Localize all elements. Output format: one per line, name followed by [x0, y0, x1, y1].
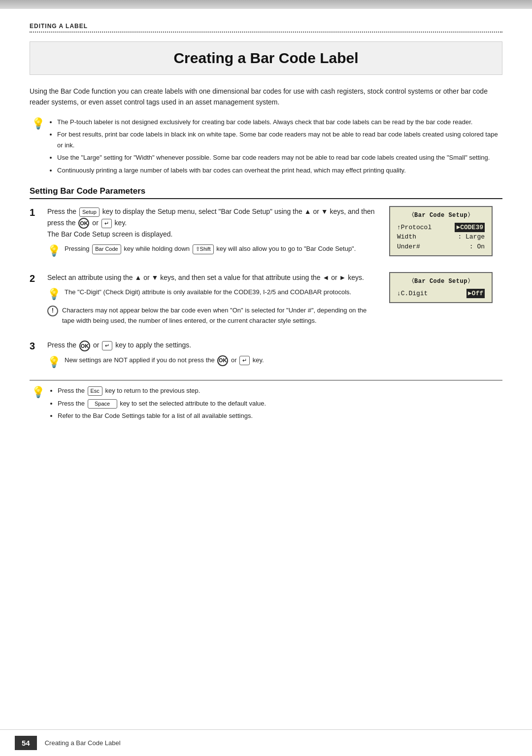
section-label: EDITING A LABEL: [30, 23, 502, 30]
footer: 54 Creating a Bar Code Label: [0, 729, 532, 756]
step-2-subnote-1: 💡 The "C-Digit" (Check Digit) attribute …: [47, 287, 380, 302]
space-key: Space: [88, 399, 117, 409]
barcode-key: Bar Code: [92, 244, 121, 254]
lcd-label-3: Under#: [397, 242, 420, 252]
bottom-note-2: Press the Space key to set the selected …: [58, 398, 266, 409]
enter-key-3: ↵: [239, 356, 250, 365]
lcd-value-3: : On: [469, 242, 485, 252]
step-2-subnote-2: ! Characters may not appear below the ba…: [47, 306, 380, 326]
step-2-subnote-2-text: Characters may not appear below the bar …: [62, 306, 380, 326]
separator: [30, 380, 502, 380]
step-1-block: 1 Press the Setup key to display the Set…: [30, 206, 502, 263]
intro-text: Using the Bar Code function you can crea…: [30, 86, 502, 108]
ok-key-2: OK: [79, 341, 90, 351]
lcd-label-1: ↑Protocol: [397, 223, 432, 233]
ok-key-1: OK: [78, 218, 89, 229]
lcd-label-4: ↓C.Digit: [397, 289, 428, 299]
lcd-value-2: : Large: [458, 232, 485, 242]
bulb-icon-4: 💡: [32, 385, 45, 400]
step-3-block: 3 Press the OK or ↵ key to apply the set…: [30, 340, 502, 371]
section-heading: Setting Bar Code Parameters: [30, 186, 502, 199]
header-section: EDITING A LABEL Creating a Bar Code Labe…: [0, 9, 532, 186]
setup-key: Setup: [79, 207, 100, 217]
lcd-label-2: Width: [397, 232, 416, 242]
enter-key-1: ↵: [101, 219, 112, 228]
esc-key: Esc: [88, 386, 102, 396]
step-3-content: Press the OK or ↵ key to apply the setti…: [47, 340, 502, 371]
exclamation-icon: !: [47, 306, 58, 316]
bulb-icon: 💡: [32, 117, 44, 131]
page-number: 54: [15, 736, 37, 750]
lcd-row-1: ↑Protocol ►CODE39: [397, 223, 485, 233]
note-content: The P-touch labeler is not designed excl…: [49, 117, 500, 177]
footer-text: Creating a Bar Code Label: [45, 739, 121, 747]
bottom-note-box: 💡 Press the Esc key to return to the pre…: [30, 385, 502, 423]
lcd-screen-1: 〈Bar Code Setup〉 ↑Protocol ►CODE39 Width…: [389, 206, 493, 256]
note-item-3: Use the "Large" setting for "Width" when…: [57, 152, 500, 163]
bottom-note-1: Press the Esc key to return to the previ…: [58, 385, 266, 396]
step-1-lcd: 〈Bar Code Setup〉 ↑Protocol ►CODE39 Width…: [389, 206, 502, 256]
step-2-lcd: 〈Bar Code Setup〉 ↓C.Digit ►Off: [389, 272, 502, 303]
lcd-screen-2: 〈Bar Code Setup〉 ↓C.Digit ►Off: [389, 272, 493, 303]
top-bar: [0, 0, 532, 9]
bulb-icon-1: 💡: [47, 244, 61, 258]
dotted-divider: [30, 32, 502, 33]
shift-key: ⇧Shift: [193, 244, 214, 254]
main-content: Setting Bar Code Parameters 1 Press the …: [0, 186, 532, 729]
enter-key-2: ↵: [102, 341, 112, 350]
lcd-row-2: Width : Large: [397, 232, 485, 242]
page: EDITING A LABEL Creating a Bar Code Labe…: [0, 0, 532, 756]
note-item-1: The P-touch labeler is not designed excl…: [57, 117, 500, 127]
bulb-icon-3: 💡: [47, 355, 61, 370]
step-3-subnote-text: New settings are NOT applied if you do n…: [65, 355, 264, 366]
step-2-content: Select an attribute using the ▲ or ▼ key…: [47, 272, 502, 331]
page-title-box: Creating a Bar Code Label: [30, 41, 502, 75]
bottom-note-3: Refer to the Bar Code Settings table for…: [58, 411, 266, 421]
bulb-icon-2: 💡: [47, 287, 61, 302]
lcd-value-1: ►CODE39: [455, 223, 485, 233]
lcd-value-4: ►Off: [466, 289, 485, 299]
step-3-subnote: 💡 New settings are NOT applied if you do…: [47, 355, 502, 370]
lcd-title-1: 〈Bar Code Setup〉: [397, 211, 485, 221]
step-1-row: Press the Setup key to display the Setup…: [47, 206, 502, 260]
step-2-text: Select an attribute using the ▲ or ▼ key…: [47, 272, 380, 328]
step-2-block: 2 Select an attribute using the ▲ or ▼ k…: [30, 272, 502, 331]
step-1-content: Press the Setup key to display the Setup…: [47, 206, 502, 263]
lcd-row-4: ↓C.Digit ►Off: [397, 289, 485, 299]
lcd-row-3: Under# : On: [397, 242, 485, 252]
step-3-number: 3: [30, 340, 47, 352]
note-item-2: For best results, print bar code labels …: [57, 129, 500, 150]
ok-key-3: OK: [217, 355, 228, 366]
step-1-number: 1: [30, 206, 47, 218]
bottom-note-content: Press the Esc key to return to the previ…: [50, 385, 266, 423]
step-1-subnote: 💡 Pressing Bar Code key while holding do…: [47, 244, 380, 258]
lcd-title-2: 〈Bar Code Setup〉: [397, 277, 485, 287]
step-1-text: Press the Setup key to display the Setup…: [47, 206, 380, 260]
step-2-row: Select an attribute using the ▲ or ▼ key…: [47, 272, 502, 328]
step-2-number: 2: [30, 272, 47, 284]
step-1-subnote-text: Pressing Bar Code key while holding down…: [65, 244, 356, 254]
step-2-subnote-1-text: The "C-Digit" (Check Digit) attribute is…: [65, 287, 351, 298]
note-item-4: Continuously printing a large number of …: [57, 165, 500, 175]
page-title: Creating a Bar Code Label: [173, 50, 358, 66]
note-box: 💡 The P-touch labeler is not designed ex…: [30, 117, 502, 177]
